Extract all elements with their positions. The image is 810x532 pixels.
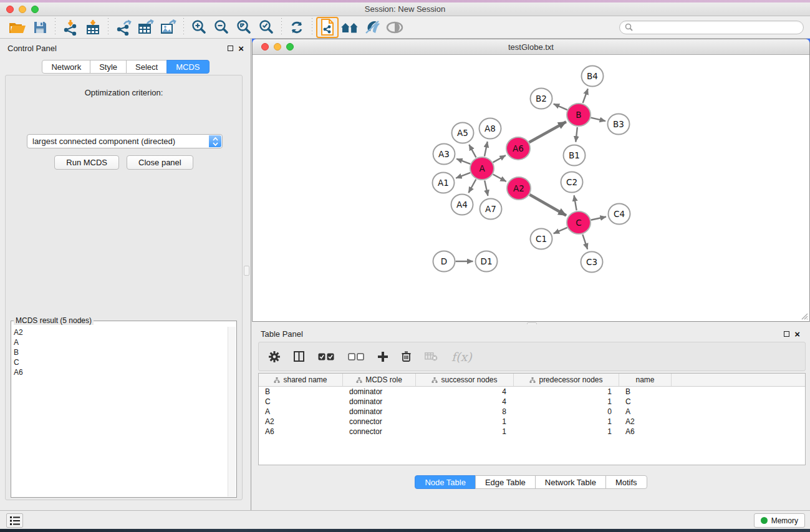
result-item[interactable]: C <box>14 357 227 367</box>
column-header-name[interactable]: name <box>619 374 672 386</box>
home-button[interactable] <box>339 17 361 37</box>
column-header-successor-nodes[interactable]: successor nodes <box>416 374 514 386</box>
network-graph[interactable]: B4B2BB3A5A8A6A3B1AA1C2A2A4A7C4CC1C3DD1 <box>253 56 809 321</box>
edge-B-B3[interactable] <box>591 118 605 122</box>
edge-A-A7[interactable] <box>485 181 488 196</box>
node-A[interactable]: A <box>470 157 494 180</box>
close-window-icon[interactable] <box>6 6 14 13</box>
table-row[interactable]: Adominator80A <box>259 407 805 417</box>
table-row[interactable]: Bdominator41B <box>259 387 805 397</box>
edge-C-C2[interactable] <box>574 195 577 210</box>
table-settings-button[interactable] <box>269 351 280 362</box>
create-column-button[interactable] <box>378 352 388 362</box>
node-B[interactable]: B <box>567 104 591 126</box>
result-item[interactable]: A2 <box>14 327 227 337</box>
node-A2[interactable]: A2 <box>507 177 531 200</box>
export-table-button[interactable] <box>135 17 157 37</box>
tab-motifs[interactable]: Motifs <box>605 475 647 489</box>
edge-A2-C[interactable] <box>529 195 566 216</box>
float-table-panel-icon[interactable] <box>784 331 789 337</box>
zoom-network-icon[interactable] <box>286 43 294 51</box>
node-A7[interactable]: A7 <box>480 199 502 220</box>
edge-A-A4[interactable] <box>468 180 476 193</box>
edge-C-C4[interactable] <box>591 217 606 220</box>
table-row[interactable]: A6connector11A6 <box>259 427 805 437</box>
import-network-button[interactable] <box>59 17 82 37</box>
table-row[interactable]: A2connector11A2 <box>259 417 805 427</box>
zoom-fit-button[interactable] <box>233 17 255 37</box>
result-scrollbar[interactable] <box>228 327 236 496</box>
node-A5[interactable]: A5 <box>452 123 474 143</box>
zoom-window-icon[interactable] <box>31 6 39 13</box>
network-window-titlebar[interactable]: testGlobe.txt <box>253 39 809 55</box>
window-resize-grip[interactable] <box>799 311 808 320</box>
result-item[interactable]: A6 <box>14 367 227 377</box>
delete-table-button[interactable] <box>425 352 438 361</box>
close-panel-button[interactable]: Close panel <box>127 155 193 170</box>
node-B2[interactable]: B2 <box>531 89 552 109</box>
show-columns-button[interactable] <box>294 351 304 362</box>
export-network-button[interactable] <box>112 17 135 37</box>
node-D1[interactable]: D1 <box>476 251 498 272</box>
hide-graphics-button[interactable] <box>361 17 383 37</box>
search-input[interactable] <box>633 23 798 32</box>
result-item[interactable]: B <box>14 347 227 357</box>
select-all-button[interactable] <box>318 353 334 360</box>
node-B3[interactable]: B3 <box>608 114 630 135</box>
zoom-in-button[interactable] <box>188 17 210 37</box>
node-C1[interactable]: C1 <box>531 229 552 249</box>
criterion-select[interactable]: largest connected component (directed) <box>27 134 223 148</box>
edge-A-A8[interactable] <box>485 142 488 156</box>
show-graphics-button[interactable] <box>383 17 406 37</box>
save-session-button[interactable] <box>29 17 51 37</box>
node-A4[interactable]: A4 <box>451 195 473 215</box>
zoom-selected-button[interactable] <box>255 17 277 37</box>
memory-button[interactable]: Memory <box>754 513 805 528</box>
edge-B-B4[interactable] <box>583 89 588 103</box>
edge-A6-B[interactable] <box>529 122 566 142</box>
node-D[interactable]: D <box>433 251 455 272</box>
column-header-predecessor-nodes[interactable]: predecessor nodes <box>514 374 619 386</box>
node-A1[interactable]: A1 <box>433 173 455 193</box>
network-document-button[interactable] <box>316 17 339 38</box>
node-table[interactable]: shared nameMCDS rolesuccessor nodesprede… <box>258 373 806 465</box>
node-B1[interactable]: B1 <box>564 145 586 166</box>
node-A6[interactable]: A6 <box>506 137 530 160</box>
tab-edge-table[interactable]: Edge Table <box>475 475 536 489</box>
column-header-MCDS-role[interactable]: MCDS role <box>343 374 416 386</box>
edge-C-C3[interactable] <box>582 235 587 249</box>
float-panel-icon[interactable] <box>228 46 233 51</box>
edge-A-A1[interactable] <box>456 173 470 178</box>
result-item[interactable]: A <box>14 337 227 347</box>
panel-divider[interactable] <box>251 39 251 510</box>
node-A3[interactable]: A3 <box>433 144 455 165</box>
close-table-panel-icon[interactable]: × <box>794 331 800 337</box>
edge-A-A2[interactable] <box>493 175 506 181</box>
close-panel-icon[interactable]: × <box>238 46 244 51</box>
minimize-network-icon[interactable] <box>274 43 281 51</box>
delete-column-button[interactable] <box>402 351 411 362</box>
function-builder-button[interactable]: f(x) <box>451 350 472 364</box>
tab-style[interactable]: Style <box>90 60 127 74</box>
tab-select[interactable]: Select <box>126 60 167 74</box>
close-network-icon[interactable] <box>261 43 269 51</box>
node-C[interactable]: C <box>567 211 591 234</box>
open-session-button[interactable] <box>6 17 29 37</box>
edge-C-C1[interactable] <box>554 228 567 233</box>
apply-layout-button[interactable] <box>286 17 308 37</box>
tab-node-table[interactable]: Node Table <box>415 475 476 489</box>
task-history-button[interactable] <box>6 513 23 528</box>
node-A8[interactable]: A8 <box>480 118 501 139</box>
minimize-window-icon[interactable] <box>19 6 26 13</box>
deselect-all-button[interactable] <box>348 353 364 360</box>
tab-mcds[interactable]: MCDS <box>166 60 209 74</box>
zoom-out-button[interactable] <box>210 17 233 37</box>
table-row[interactable]: Cdominator41C <box>259 397 805 407</box>
node-C3[interactable]: C3 <box>581 252 603 273</box>
tab-network-table[interactable]: Network Table <box>535 475 606 489</box>
column-header-shared-name[interactable]: shared name <box>259 374 343 386</box>
run-mcds-button[interactable]: Run MCDS <box>54 155 119 170</box>
node-B4[interactable]: B4 <box>582 66 604 87</box>
mcds-result-list[interactable]: A2ABCA6 <box>14 327 227 496</box>
node-C4[interactable]: C4 <box>609 204 630 225</box>
